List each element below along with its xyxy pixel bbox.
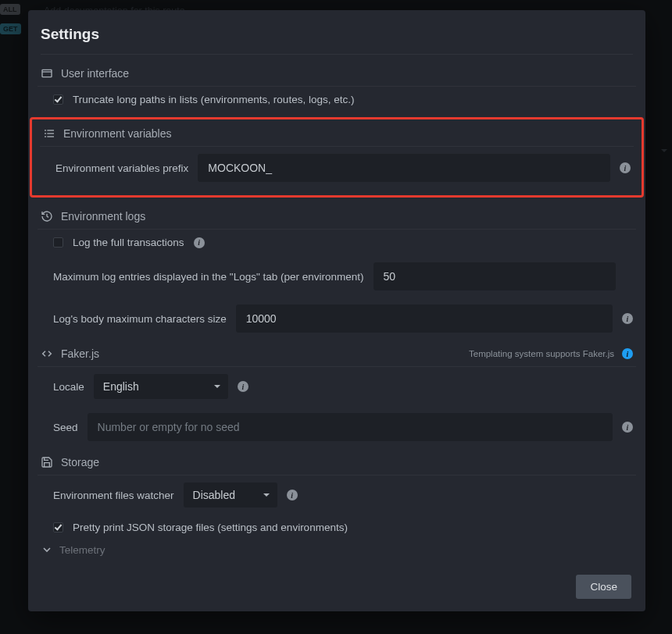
pretty-print-label: Pretty print JSON storage files (setting… <box>73 522 348 533</box>
faker-hint: Templating system supports Faker.js <box>469 349 614 358</box>
method-badge-get: GET <box>0 23 21 34</box>
list-icon <box>43 127 55 140</box>
max-log-entries-label: Maximum log entries displayed in the "Lo… <box>53 271 364 283</box>
max-log-entries-input[interactable] <box>374 262 616 290</box>
save-icon <box>41 456 53 468</box>
row-pretty-print: Pretty print JSON storage files (setting… <box>38 515 636 540</box>
svg-rect-6 <box>45 136 46 137</box>
row-truncate-paths: Truncate long paths in lists (environmen… <box>38 87 636 112</box>
section-env-vars: Environment variables <box>40 119 634 147</box>
row-log-full-tx: Log the full transactions i <box>38 230 636 255</box>
chevron-down-icon <box>263 493 270 497</box>
chevron-down-icon <box>41 543 53 556</box>
truncate-paths-label: Truncate long paths in lists (environmen… <box>73 94 354 105</box>
method-badge-all: ALL <box>0 4 20 15</box>
settings-modal: Settings User interface Truncate long pa… <box>28 10 645 611</box>
section-title: Faker.js <box>61 347 99 360</box>
section-user-interface: User interface <box>38 59 636 87</box>
info-icon[interactable]: i <box>287 490 298 500</box>
section-env-logs: Environment logs <box>38 202 636 230</box>
info-icon[interactable]: i <box>622 348 633 359</box>
modal-title: Settings <box>41 26 631 43</box>
info-icon[interactable]: i <box>238 381 248 392</box>
svg-rect-2 <box>45 130 46 130</box>
faker-seed-label: Seed <box>53 422 78 433</box>
divider <box>41 54 633 55</box>
select-value: Disabled <box>193 489 235 501</box>
background-dropdown-caret <box>661 149 667 152</box>
faker-seed-input[interactable] <box>88 413 613 441</box>
row-max-log-entries: Maximum log entries displayed in the "Lo… <box>38 255 636 297</box>
truncate-paths-checkbox[interactable] <box>53 94 63 105</box>
close-button[interactable]: Close <box>576 575 631 599</box>
row-faker-locale: Locale English i <box>38 367 636 406</box>
section-faker: Faker.js Templating system supports Fake… <box>38 340 636 367</box>
chevron-down-icon <box>214 385 220 388</box>
code-icon <box>41 347 53 360</box>
row-env-prefix: Environment variables prefix i <box>40 147 634 189</box>
modal-body: User interface Truncate long paths in li… <box>28 54 645 564</box>
log-body-max-label: Log's body maximum characters size <box>53 313 227 325</box>
modal-footer: Close <box>28 564 645 611</box>
row-faker-seed: Seed i <box>38 406 636 448</box>
info-icon[interactable]: i <box>622 313 633 324</box>
faker-locale-select[interactable]: English <box>94 374 228 399</box>
log-full-transactions-checkbox[interactable] <box>53 237 63 248</box>
faker-locale-label: Locale <box>53 381 84 393</box>
history-icon <box>41 210 53 223</box>
log-full-transactions-label: Log the full transactions <box>73 237 184 248</box>
section-title: Storage <box>61 456 99 468</box>
info-icon[interactable]: i <box>194 237 205 248</box>
files-watcher-select[interactable]: Disabled <box>184 483 277 508</box>
select-value: English <box>103 380 139 393</box>
svg-rect-5 <box>47 133 54 134</box>
files-watcher-label: Environment files watcher <box>53 490 174 501</box>
info-icon[interactable]: i <box>620 162 631 173</box>
window-icon <box>41 67 53 80</box>
row-files-watcher: Environment files watcher Disabled i <box>38 476 636 515</box>
env-prefix-input[interactable] <box>198 154 610 182</box>
highlight-env-vars: Environment variables Environment variab… <box>30 117 644 198</box>
section-storage: Storage <box>38 448 636 476</box>
section-title: Environment variables <box>63 127 172 140</box>
section-telemetry: Telemetry <box>38 540 636 556</box>
svg-rect-0 <box>42 69 52 77</box>
section-title: Environment logs <box>61 210 145 223</box>
svg-rect-7 <box>47 136 54 137</box>
svg-rect-3 <box>47 130 54 130</box>
info-icon[interactable]: i <box>622 422 633 433</box>
env-prefix-label: Environment variables prefix <box>55 162 188 174</box>
log-body-max-input[interactable] <box>236 305 613 333</box>
section-title: User interface <box>61 67 129 80</box>
modal-header: Settings <box>28 10 645 54</box>
svg-rect-4 <box>45 133 46 134</box>
pretty-print-checkbox[interactable] <box>53 522 63 532</box>
row-log-body-max: Log's body maximum characters size i <box>38 297 636 340</box>
section-title: Telemetry <box>59 544 105 556</box>
